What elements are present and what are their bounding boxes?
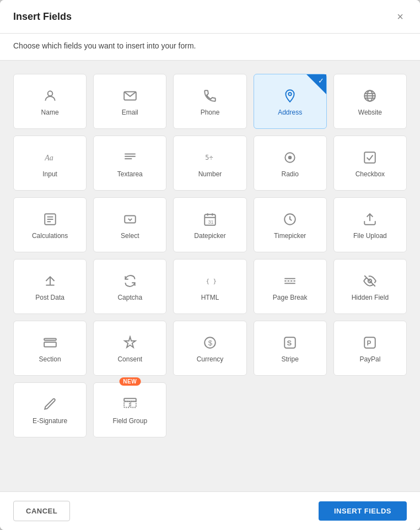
modal-title: Insert Fields [13, 11, 72, 23]
postdata-icon [43, 274, 57, 288]
field-card-pagebreak[interactable]: Page Break [254, 259, 327, 314]
name-label: Name [41, 109, 59, 116]
field-card-currency[interactable]: $Currency [173, 321, 246, 376]
field-card-radio[interactable]: Radio [254, 136, 327, 191]
timepicker-icon [283, 212, 297, 226]
field-card-fieldgroup[interactable]: NEWField Group [93, 382, 166, 437]
checkbox-icon [363, 150, 377, 165]
svg-text:S: S [287, 339, 292, 347]
textarea-icon [123, 150, 137, 165]
stripe-icon: S [283, 336, 297, 350]
email-label: Email [122, 109, 138, 116]
field-card-phone[interactable]: Phone [173, 74, 246, 129]
html-icon: { } [203, 274, 217, 288]
svg-rect-45 [124, 398, 136, 401]
fieldgroup-icon [123, 397, 137, 412]
postdata-label: Post Data [35, 294, 64, 301]
cancel-button[interactable]: CANCEL [13, 501, 70, 521]
input-label: Input [42, 170, 57, 178]
field-card-postdata[interactable]: Post Data [13, 259, 87, 314]
svg-text:P: P [367, 339, 371, 347]
svg-point-2 [288, 93, 291, 95]
svg-text:5÷: 5÷ [205, 154, 213, 161]
pagebreak-icon [283, 274, 297, 288]
svg-text:$: $ [208, 339, 213, 347]
number-label: Number [198, 170, 222, 178]
currency-label: Currency [197, 355, 224, 363]
field-card-address[interactable]: ✓ Address [254, 74, 327, 129]
svg-rect-43 [124, 402, 130, 408]
field-card-fileupload[interactable]: File Upload [333, 197, 407, 252]
field-card-select[interactable]: Select [93, 197, 166, 252]
field-card-name[interactable]: Name [13, 74, 87, 129]
field-card-paypal[interactable]: PPayPal [333, 321, 407, 376]
esignature-icon [43, 397, 57, 412]
stripe-label: Stripe [282, 355, 299, 363]
field-card-section[interactable]: Section [13, 321, 87, 376]
radio-label: Radio [282, 170, 299, 178]
select-label: Select [121, 232, 139, 240]
field-card-textarea[interactable]: Textarea [93, 136, 166, 191]
field-card-timepicker[interactable]: Timepicker [254, 197, 327, 252]
field-card-esignature[interactable]: E-Signature [13, 382, 87, 437]
modal-body: NameEmailPhone ✓ AddressWebsiteAaInputTe… [0, 61, 420, 491]
field-card-website[interactable]: Website [333, 74, 407, 129]
currency-icon: $ [203, 336, 217, 350]
svg-rect-36 [44, 342, 56, 347]
phone-label: Phone [201, 109, 220, 116]
website-icon [363, 89, 377, 103]
address-icon [283, 89, 297, 103]
field-card-hiddenfield[interactable]: Hidden Field [333, 259, 407, 314]
svg-text:Aa: Aa [44, 153, 53, 162]
modal-header: Insert Fields × [0, 0, 420, 34]
modal-footer: CANCEL INSERT FIELDS [0, 491, 420, 530]
svg-point-0 [47, 91, 52, 96]
close-button[interactable]: × [394, 10, 407, 23]
svg-rect-44 [131, 402, 136, 408]
svg-rect-35 [44, 338, 56, 340]
paypal-icon: P [363, 336, 377, 350]
new-badge: NEW [119, 377, 141, 386]
field-card-email[interactable]: Email [93, 74, 166, 129]
number-icon: 5÷ [203, 150, 217, 165]
fileupload-icon [363, 212, 377, 226]
datepicker-label: Datepicker [194, 232, 225, 240]
hiddenfield-label: Hidden Field [352, 294, 389, 301]
esignature-label: E-Signature [33, 417, 67, 425]
consent-icon [123, 336, 137, 350]
calculations-icon [43, 212, 57, 226]
field-card-number[interactable]: 5÷Number [173, 136, 246, 191]
pagebreak-label: Page Break [273, 294, 308, 301]
captcha-label: Captcha [117, 294, 142, 301]
field-card-stripe[interactable]: SStripe [254, 321, 327, 376]
svg-text:31: 31 [208, 219, 214, 225]
insert-fields-button[interactable]: INSERT FIELDS [319, 501, 407, 521]
field-card-html[interactable]: { }HTML [173, 259, 246, 314]
section-label: Section [39, 355, 61, 363]
checkbox-label: Checkbox [356, 170, 385, 178]
checkmark-icon: ✓ [318, 77, 324, 85]
selected-corner: ✓ [306, 74, 326, 94]
field-card-input[interactable]: AaInput [13, 136, 87, 191]
calculations-label: Calculations [32, 232, 68, 240]
field-card-captcha[interactable]: Captcha [93, 259, 166, 314]
name-icon [43, 89, 57, 103]
svg-rect-20 [125, 216, 136, 223]
select-icon [123, 212, 137, 226]
field-card-calculations[interactable]: Calculations [13, 197, 87, 252]
svg-text:{  }: { } [206, 278, 217, 285]
radio-icon [283, 150, 297, 165]
modal-subtitle: Choose which fields you want to insert i… [0, 34, 420, 61]
website-label: Website [358, 109, 382, 116]
insert-fields-modal: Insert Fields × Choose which fields you … [0, 0, 420, 530]
textarea-label: Textarea [117, 170, 143, 178]
phone-icon [203, 89, 217, 103]
captcha-icon [123, 274, 137, 288]
html-label: HTML [201, 294, 219, 301]
field-card-datepicker[interactable]: 31Datepicker [173, 197, 246, 252]
svg-rect-15 [365, 152, 376, 163]
field-card-consent[interactable]: Consent [93, 321, 166, 376]
field-card-checkbox[interactable]: Checkbox [333, 136, 407, 191]
fieldgroup-label: Field Group [112, 417, 147, 425]
address-label: Address [278, 109, 302, 116]
